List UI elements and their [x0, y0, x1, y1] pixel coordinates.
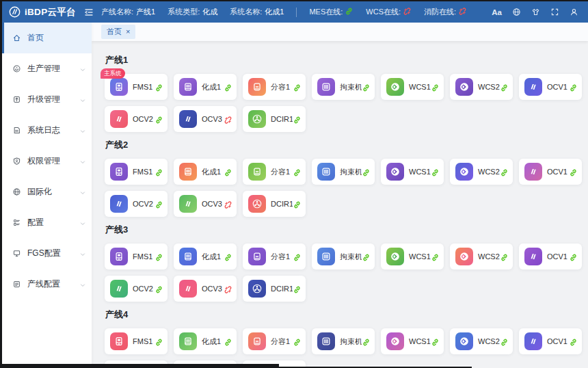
link-online-icon[interactable] — [569, 252, 577, 261]
link-online-icon[interactable] — [500, 168, 508, 176]
link-online-icon[interactable] — [224, 83, 232, 91]
sidebar-collapse-icon[interactable] — [81, 5, 96, 20]
system-card[interactable]: DCIR1 — [243, 106, 306, 132]
tab-bar: 首页× — [92, 23, 588, 41]
link-online-icon[interactable] — [155, 337, 163, 345]
system-card[interactable]: OCV3 — [174, 191, 237, 217]
system-card[interactable]: OCV3 — [174, 276, 237, 302]
fullscreen-icon[interactable] — [550, 8, 559, 16]
link-online-icon[interactable] — [293, 285, 301, 293]
wcs-icon — [455, 248, 473, 265]
system-card[interactable]: WCS1 — [381, 74, 444, 100]
link-online-icon[interactable] — [500, 252, 508, 261]
system-card[interactable]: WCS1 — [381, 244, 444, 270]
link-online-icon[interactable] — [293, 337, 301, 345]
link-online-icon[interactable] — [224, 168, 232, 176]
link-online-icon[interactable] — [362, 337, 370, 345]
sidebar-item-1[interactable]: 生产管理 — [2, 53, 92, 84]
theme-icon[interactable] — [531, 8, 540, 16]
system-card[interactable]: WCS1 — [381, 159, 444, 185]
link-online-icon[interactable] — [569, 168, 577, 176]
card-label: 化成1 — [202, 167, 224, 177]
system-card[interactable]: FMS1 — [105, 159, 168, 185]
sidebar-item-5[interactable]: 国际化 — [2, 176, 92, 207]
language-icon[interactable] — [512, 8, 521, 16]
system-card[interactable]: 化成1 — [174, 74, 237, 100]
system-card[interactable]: OCV1 — [519, 159, 582, 185]
system-card[interactable]: OCV2 — [105, 191, 168, 217]
link-online-icon[interactable] — [569, 337, 577, 345]
system-card[interactable]: 分容1 — [243, 159, 306, 185]
system-card[interactable]: OCV2 — [105, 106, 168, 132]
system-card[interactable]: 拘束机 — [312, 244, 375, 270]
system-card[interactable]: WCS2 — [450, 244, 513, 270]
link-online-icon[interactable] — [293, 83, 301, 91]
system-card[interactable]: 拘束机 — [312, 159, 375, 185]
link-online-icon[interactable] — [293, 168, 301, 176]
system-card[interactable]: OCV1 — [519, 328, 582, 354]
sidebar-item-home[interactable]: 首页 — [2, 23, 92, 53]
system-card[interactable]: OCV1 — [519, 74, 582, 100]
system-card[interactable]: 分容1 — [243, 328, 306, 354]
link-online-icon[interactable] — [500, 337, 508, 345]
system-card[interactable]: FMS1 — [105, 244, 168, 270]
system-card[interactable]: DCIR1 — [243, 191, 306, 217]
link-online-icon[interactable] — [362, 168, 370, 176]
system-card[interactable]: 分容1 — [243, 74, 306, 100]
sidebar-item-3[interactable]: 系统日志 — [2, 115, 92, 146]
restraint-icon — [317, 163, 335, 181]
link-online-icon[interactable] — [569, 83, 577, 91]
link-online-icon[interactable] — [155, 252, 163, 261]
link-online-icon[interactable] — [155, 83, 163, 91]
link-broken-icon[interactable] — [224, 200, 232, 208]
link-online-icon[interactable] — [155, 285, 163, 293]
link-online-icon[interactable] — [224, 337, 232, 345]
link-online-icon[interactable] — [362, 83, 370, 91]
tab-close-icon[interactable]: × — [126, 28, 130, 36]
system-card[interactable]: 分容1 — [243, 244, 306, 270]
link-online-icon[interactable] — [431, 337, 439, 345]
link-online-icon[interactable] — [431, 83, 439, 91]
link-online-icon[interactable] — [224, 252, 232, 261]
link-online-icon[interactable] — [155, 200, 163, 208]
sidebar-item-4[interactable]: 权限管理 — [2, 146, 92, 176]
link-online-icon[interactable] — [293, 252, 301, 261]
font-size-icon[interactable]: Aa — [492, 8, 502, 16]
link-online-icon[interactable] — [431, 252, 439, 261]
system-card[interactable]: DCIR1 — [243, 276, 306, 302]
link-online-icon[interactable] — [155, 168, 163, 176]
header-status-item: MES在线: — [309, 7, 353, 17]
link-broken-icon[interactable] — [224, 115, 232, 123]
link-online-icon[interactable] — [155, 115, 163, 123]
ocv-icon — [110, 280, 128, 298]
chevron-down-icon — [79, 66, 86, 73]
system-card[interactable]: OCV2 — [105, 276, 168, 302]
system-card[interactable]: 化成1 — [174, 328, 237, 354]
link-online-icon[interactable] — [362, 252, 370, 261]
sidebar-item-7[interactable]: FGS配置 — [2, 238, 92, 269]
sidebar-item-6[interactable]: 配置 — [2, 207, 92, 238]
system-card[interactable]: 拘束机 — [312, 74, 375, 100]
tab-home[interactable]: 首页× — [101, 25, 135, 39]
system-card[interactable]: 主系统FMS1 — [105, 74, 168, 100]
system-card[interactable]: WCS2 — [450, 74, 513, 100]
system-card[interactable]: OCV3 — [174, 106, 237, 132]
system-card[interactable]: FMS1 — [105, 328, 168, 354]
link-broken-icon[interactable] — [224, 285, 232, 293]
link-online-icon[interactable] — [293, 115, 301, 123]
link-online-icon[interactable] — [431, 168, 439, 176]
system-card[interactable]: WCS1 — [381, 328, 444, 354]
system-card[interactable]: 化成1 — [174, 244, 237, 270]
sidebar-item-8[interactable]: 产线配置 — [2, 269, 92, 300]
system-card[interactable]: 化成1 — [174, 159, 237, 185]
fms-icon — [110, 248, 128, 265]
system-card[interactable]: WCS2 — [450, 328, 513, 354]
system-card[interactable]: WCS2 — [450, 159, 513, 185]
card-label: WCS2 — [478, 168, 500, 176]
link-online-icon[interactable] — [293, 200, 301, 208]
sidebar-item-2[interactable]: 升级管理 — [2, 84, 92, 115]
user-icon[interactable] — [570, 8, 578, 16]
system-card[interactable]: OCV1 — [519, 244, 582, 270]
system-card[interactable]: 拘束机 — [312, 328, 375, 354]
link-online-icon[interactable] — [500, 83, 508, 91]
